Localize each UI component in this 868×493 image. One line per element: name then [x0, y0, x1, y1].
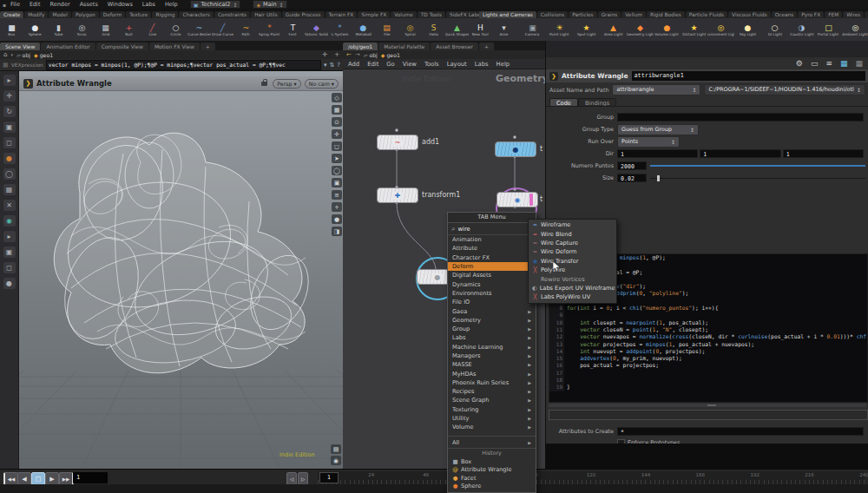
group-type-dropdown[interactable]: Guess from Group↕: [617, 124, 699, 135]
back-icon[interactable]: ←: [346, 51, 352, 58]
shelf-tab[interactable]: Vellum: [621, 11, 646, 18]
shelf-tool[interactable]: ★ Spot Light: [573, 18, 600, 41]
network-menu-item[interactable]: Tools: [424, 61, 439, 68]
shelf-tab[interactable]: Oceans: [772, 11, 798, 18]
submenu-item[interactable]: ◉ Wire Transfer: [529, 257, 616, 266]
shelf-tool[interactable]: ▤ File: [375, 18, 398, 41]
snap-icon[interactable]: ✛: [322, 51, 331, 58]
network-menu-item[interactable]: Go: [386, 61, 394, 68]
shelf-tool[interactable]: ◎ Torus: [70, 18, 94, 41]
submenu-item[interactable]: ~ Wire Deform: [529, 247, 616, 256]
export-parameters-field[interactable]: [549, 410, 868, 420]
menu-item[interactable]: File: [10, 1, 20, 8]
current-frame-field[interactable]: 1: [73, 472, 108, 483]
asset-name-dropdown[interactable]: attribwrangle↕: [612, 84, 700, 95]
sort-icon[interactable]: ⇅: [329, 62, 334, 69]
network-menu-item[interactable]: Help: [496, 61, 510, 68]
play-button[interactable]: ▶: [45, 472, 59, 485]
numero-puntos-slider[interactable]: [650, 165, 865, 167]
shelf-tool[interactable]: ~ Curve Bezier: [187, 18, 211, 41]
node-name-field[interactable]: attribwrangle1: [632, 71, 865, 81]
menu-item[interactable]: Render: [49, 1, 69, 8]
size-slider[interactable]: [650, 178, 865, 179]
home-icon[interactable]: ⌂: [3, 51, 7, 58]
breadcrumb-geo1[interactable]: ◆ geo1: [34, 52, 53, 58]
vexpression-input[interactable]: vector minpos = minpos(1, @P);¶@P = minp…: [46, 60, 321, 70]
playhead[interactable]: 1: [319, 472, 339, 483]
pane-tab[interactable]: Animation Editor: [41, 43, 95, 50]
shelf-tool[interactable]: □ Portal Light: [815, 18, 842, 41]
pane-tool-icon[interactable]: ≡: [825, 59, 832, 68]
shelf-tab[interactable]: Deform: [100, 11, 126, 18]
pane-tab[interactable]: Asset Browser: [431, 43, 478, 50]
submenu-item[interactable]: ≈ Wireframe: [529, 220, 616, 229]
sidebar-tool-icon[interactable]: ◉: [3, 215, 16, 227]
shelf-tool[interactable]: ● Sphere: [23, 18, 47, 41]
shelf-tool[interactable]: ◎ Spiral: [398, 18, 422, 41]
tab-menu-category[interactable]: Labs▶: [448, 333, 536, 342]
menu-item[interactable]: Edit: [30, 1, 41, 8]
tab-menu-category[interactable]: Character FX▶: [448, 253, 536, 262]
chevron-down-icon[interactable]: ▾: [10, 52, 13, 57]
shelf-tab[interactable]: Rigging: [152, 11, 178, 18]
shelf-tab[interactable]: Texture: [126, 11, 151, 18]
tab-menu-category[interactable]: Gaea▶: [448, 306, 536, 315]
network-menu-item[interactable]: Add: [348, 61, 359, 68]
asset-path-dropdown[interactable]: C:/PROGRA~1/SIDEEF~1/HOUDIN~1.416/houdin…: [704, 84, 865, 95]
shelf-tool[interactable]: ★ Distant Light: [681, 18, 707, 41]
submenu-item[interactable]: ╳ Labs PolyWire UV: [529, 293, 616, 301]
sidebar-tool-icon[interactable]: ✛: [3, 90, 16, 102]
shelf-tool[interactable]: ▮ Tube: [47, 18, 70, 41]
viewport-tool-icon[interactable]: ◯: [332, 166, 342, 175]
network-menu-item[interactable]: Labs: [475, 61, 489, 68]
go-end-button[interactable]: ▶▶: [59, 472, 74, 485]
shelf-tool[interactable]: ● Volume Light: [654, 18, 681, 41]
tab-menu-category[interactable]: MyHDAs▶: [448, 369, 536, 378]
viewport-tool-icon[interactable]: ≡: [332, 190, 342, 200]
pane-tab[interactable]: /obj/geo1: [343, 43, 378, 50]
shelf-tool[interactable]: ▲ Area Light: [600, 18, 627, 41]
pane-tool-icon[interactable]: ▭: [811, 59, 819, 68]
shelf-tab[interactable]: Modify: [24, 11, 48, 18]
shelf-tab[interactable]: Grains: [598, 11, 621, 18]
shelf-tab[interactable]: Characters: [179, 11, 214, 18]
scene-viewport[interactable]: ❯ Attribute Wrangle Persp ▾ No cam ▾ ◇▦⊙…: [19, 71, 343, 469]
shelf-tool[interactable]: ○ Circle: [164, 18, 187, 41]
viewport-tool-icon[interactable]: ◇: [332, 93, 342, 102]
go-start-button[interactable]: ◀◀: [3, 472, 18, 485]
shelf-tool[interactable]: ▦ Grid: [94, 18, 117, 41]
viewport-tool-icon[interactable]: +: [332, 202, 342, 212]
shelf-tool[interactable]: ◎ Ambient Light: [842, 18, 868, 41]
shelf-tool[interactable]: ☀ Point Light: [546, 18, 573, 41]
network-menu-item[interactable]: Edit: [367, 61, 378, 68]
shelf-tab[interactable]: Volume: [391, 11, 417, 18]
sidebar-tool-icon[interactable]: ●: [3, 278, 16, 289]
tab-menu-category[interactable]: Utility▶: [448, 414, 536, 423]
shelf-tab[interactable]: Particle Fluids: [686, 11, 727, 18]
shelf-tool[interactable]: S Helix: [422, 18, 445, 41]
layout-icon[interactable]: ▤: [331, 444, 341, 454]
shelf-tool[interactable]: T Font: [281, 18, 305, 41]
tab-menu-category[interactable]: Geometry▶: [448, 316, 536, 325]
shelf-tab[interactable]: Viscous Fluids: [728, 11, 771, 18]
tab-menu-all[interactable]: All▶: [448, 438, 536, 447]
viewport-tool-icon[interactable]: ▦: [332, 105, 342, 115]
timeline-ruler[interactable]: 24487296120144168192216240 1: [318, 471, 865, 484]
sidebar-tool-icon[interactable]: ↻: [3, 106, 16, 117]
shelf-tool[interactable]: * L-System: [328, 18, 352, 41]
dir-component-input[interactable]: 1: [617, 149, 698, 158]
tab-menu-category[interactable]: File IO▶: [448, 298, 536, 306]
forward-icon[interactable]: →: [355, 51, 360, 58]
shelf-tool[interactable]: ▾ Asse: [492, 18, 516, 41]
play-reverse-button[interactable]: ◀: [17, 472, 31, 485]
shelf-tab[interactable]: Particles: [569, 11, 596, 18]
pane-tab[interactable]: +: [201, 43, 215, 50]
menu-item[interactable]: Windows: [108, 1, 133, 8]
shelf-tab[interactable]: Simple FX: [358, 11, 390, 18]
shelf-tool[interactable]: ◆ Platonic Solids: [305, 18, 328, 41]
menu-item[interactable]: Help: [165, 1, 178, 8]
shelf-tool[interactable]: + Null: [117, 18, 141, 41]
tab-menu-category[interactable]: Phoenix Ruin Series▶: [448, 378, 536, 387]
dir-component-input[interactable]: 1: [700, 149, 780, 158]
tab-menu-category[interactable]: Environments▶: [448, 289, 536, 298]
